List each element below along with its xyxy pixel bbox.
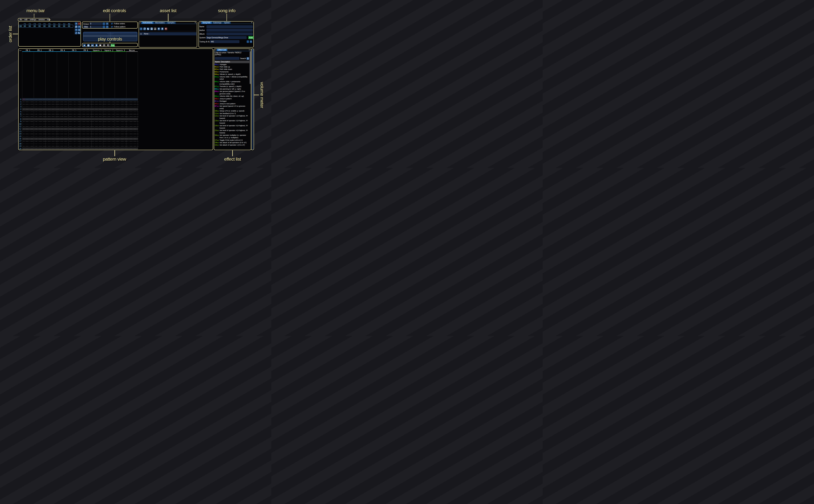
pattern-cell[interactable] bbox=[22, 145, 34, 147]
pattern-cell[interactable] bbox=[115, 98, 126, 101]
pattern-cell[interactable] bbox=[80, 128, 92, 130]
pattern-cell[interactable] bbox=[115, 111, 126, 113]
pattern-cell[interactable] bbox=[91, 135, 103, 138]
pattern-cell[interactable] bbox=[22, 133, 34, 135]
pattern-cell[interactable] bbox=[80, 143, 92, 145]
pattern-cell[interactable] bbox=[22, 98, 34, 101]
pattern-cell[interactable] bbox=[126, 98, 138, 101]
pattern-cell[interactable] bbox=[68, 115, 80, 118]
pattern-cell[interactable] bbox=[115, 101, 126, 103]
pattern-cell[interactable] bbox=[115, 115, 126, 118]
pattern-row[interactable]: 12 bbox=[19, 128, 138, 130]
pattern-cell[interactable] bbox=[45, 130, 57, 133]
close-icon[interactable]: ✕ bbox=[248, 49, 251, 51]
pattern-cell[interactable] bbox=[68, 128, 80, 130]
pattern-cell[interactable] bbox=[103, 133, 115, 135]
scrollbar-thumb[interactable] bbox=[249, 51, 251, 84]
pattern-cell[interactable] bbox=[80, 125, 92, 128]
pattern-row[interactable]: 9 bbox=[19, 120, 138, 123]
channel-header-fm-5[interactable]: FM 5 bbox=[68, 49, 80, 51]
pattern-cell[interactable] bbox=[45, 98, 57, 101]
effect-row[interactable]: 14xxSet level of operator 3 (0 highest, … bbox=[214, 124, 249, 129]
pattern-cell[interactable] bbox=[22, 140, 34, 142]
order-cell-value[interactable]: 00 bbox=[32, 25, 37, 27]
delete-asset-button[interactable] bbox=[165, 27, 167, 30]
pattern-cell[interactable] bbox=[68, 133, 80, 135]
pattern-cell[interactable] bbox=[57, 115, 68, 118]
pattern-cell[interactable] bbox=[68, 138, 80, 140]
pattern-cell[interactable] bbox=[91, 106, 103, 108]
pattern-cell[interactable] bbox=[103, 98, 115, 101]
move-down-button[interactable] bbox=[95, 44, 98, 47]
pattern-cell[interactable] bbox=[22, 130, 34, 133]
pattern-cell[interactable] bbox=[57, 130, 68, 133]
pattern-cell[interactable] bbox=[57, 108, 68, 110]
pattern-cell[interactable] bbox=[126, 140, 138, 142]
pattern-cell[interactable] bbox=[57, 140, 68, 142]
pattern-cell[interactable] bbox=[80, 108, 92, 110]
move-order-up-button[interactable] bbox=[78, 25, 81, 28]
pattern-cell[interactable] bbox=[45, 101, 57, 103]
effect-row[interactable]: 15xxSet level of operator 4 (0 highest, … bbox=[214, 129, 249, 134]
play-button[interactable] bbox=[83, 44, 86, 47]
pattern-cell[interactable] bbox=[57, 143, 68, 145]
pattern-cell[interactable] bbox=[126, 123, 138, 125]
pattern-cell[interactable] bbox=[57, 103, 68, 105]
pattern-cell[interactable] bbox=[80, 98, 92, 101]
album-input[interactable] bbox=[206, 32, 253, 35]
pattern-cell[interactable] bbox=[45, 111, 57, 113]
tab-subsongs[interactable]: Subsongs bbox=[212, 22, 223, 24]
collapse-triangle-icon[interactable]: ▼ bbox=[199, 22, 201, 24]
effect-row[interactable]: 1AxxSet attack of operator 1 (0 to 1F) bbox=[214, 144, 249, 146]
pattern-cell[interactable] bbox=[22, 115, 34, 118]
pattern-cell[interactable] bbox=[126, 103, 138, 105]
pattern-cell[interactable] bbox=[126, 138, 138, 140]
pattern-cell[interactable] bbox=[91, 120, 103, 123]
pattern-cell[interactable] bbox=[34, 113, 45, 115]
pattern-expand-button[interactable]: ++ bbox=[19, 49, 21, 51]
effect-search-input[interactable] bbox=[215, 57, 239, 60]
pattern-row[interactable]: 13 bbox=[19, 130, 138, 133]
tuning-input[interactable]: 440 bbox=[210, 40, 239, 43]
pattern-cell[interactable] bbox=[126, 120, 138, 123]
pattern-cell[interactable] bbox=[34, 133, 45, 135]
pattern-cell[interactable] bbox=[115, 135, 126, 138]
channel-header-fm-1[interactable]: FM 1 bbox=[22, 49, 34, 51]
pattern-cell[interactable] bbox=[57, 111, 68, 113]
order-edit-mode-button[interactable] bbox=[78, 32, 81, 34]
pattern-cell[interactable] bbox=[103, 120, 115, 123]
effect-row[interactable]: 10xySetup LFO (x: enable; y: speed) bbox=[214, 110, 249, 112]
pattern-cell[interactable] bbox=[91, 98, 103, 101]
pattern-cell[interactable] bbox=[34, 115, 45, 118]
pattern-cell[interactable] bbox=[57, 98, 68, 101]
pattern-cell[interactable] bbox=[103, 113, 115, 115]
step-row-button[interactable] bbox=[91, 44, 94, 47]
pattern-cell[interactable] bbox=[68, 98, 80, 101]
channel-header-fm-3[interactable]: FM 3 bbox=[45, 49, 57, 51]
pattern-cell[interactable] bbox=[115, 148, 126, 150]
add-asset-button[interactable]: + bbox=[140, 27, 142, 30]
pattern-cell[interactable] bbox=[91, 130, 103, 133]
pattern-cell[interactable] bbox=[34, 135, 45, 138]
pattern-cell[interactable] bbox=[22, 118, 34, 120]
pattern-cell[interactable] bbox=[103, 140, 115, 142]
order-cell-value[interactable]: 00 bbox=[22, 25, 27, 27]
pattern-cell[interactable] bbox=[115, 113, 126, 115]
pattern-cell[interactable] bbox=[57, 148, 68, 150]
pattern-cell[interactable] bbox=[91, 143, 103, 145]
pattern-cell[interactable] bbox=[22, 135, 34, 138]
pattern-row[interactable]: 10 bbox=[19, 123, 138, 125]
pattern-cell[interactable] bbox=[34, 111, 45, 113]
pattern-cell[interactable] bbox=[45, 108, 57, 110]
pattern-cell[interactable] bbox=[80, 133, 92, 135]
pattern-row[interactable]: 0 bbox=[19, 98, 138, 101]
pattern-cell[interactable] bbox=[91, 140, 103, 142]
pattern-cell[interactable] bbox=[57, 113, 68, 115]
pattern-cell[interactable] bbox=[34, 108, 45, 110]
pattern-cell[interactable] bbox=[45, 143, 57, 145]
name-input[interactable] bbox=[206, 25, 253, 28]
pattern-cell[interactable] bbox=[91, 108, 103, 110]
effect-row[interactable]: 0CxxRetrigger bbox=[214, 100, 249, 102]
pattern-cell[interactable] bbox=[57, 135, 68, 138]
effect-row[interactable]: 09xxSet groove pattern (speed 1 if no gr… bbox=[214, 90, 249, 95]
